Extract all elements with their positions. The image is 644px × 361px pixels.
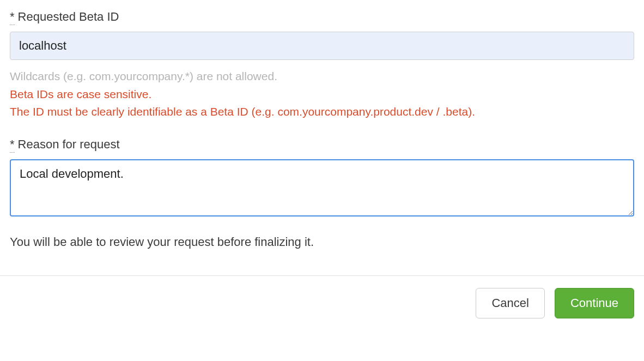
reason-label: * Reason for request bbox=[10, 137, 634, 153]
form-container: * Requested Beta ID Wildcards (e.g. com.… bbox=[0, 0, 644, 249]
beta-id-input[interactable] bbox=[10, 32, 634, 60]
cancel-button[interactable]: Cancel bbox=[476, 288, 544, 318]
review-notice: You will be able to review your request … bbox=[10, 235, 634, 249]
reason-textarea[interactable] bbox=[10, 159, 634, 216]
help-wildcards: Wildcards (e.g. com.yourcompany.*) are n… bbox=[10, 68, 634, 86]
help-identifiable: The ID must be clearly identifiable as a… bbox=[10, 103, 634, 121]
beta-id-label-text: Requested Beta ID bbox=[18, 10, 119, 24]
beta-id-field-block: * Requested Beta ID Wildcards (e.g. com.… bbox=[10, 10, 634, 121]
required-asterisk: * bbox=[10, 10, 15, 25]
reason-field-block: * Reason for request bbox=[10, 137, 634, 219]
required-asterisk: * bbox=[10, 137, 15, 153]
help-case-sensitive: Beta IDs are case sensitive. bbox=[10, 86, 634, 104]
reason-label-text: Reason for request bbox=[18, 137, 120, 152]
button-row: Cancel Continue bbox=[0, 276, 644, 330]
beta-id-help: Wildcards (e.g. com.yourcompany.*) are n… bbox=[10, 68, 634, 121]
continue-button[interactable]: Continue bbox=[555, 288, 634, 318]
beta-id-label: * Requested Beta ID bbox=[10, 10, 634, 25]
